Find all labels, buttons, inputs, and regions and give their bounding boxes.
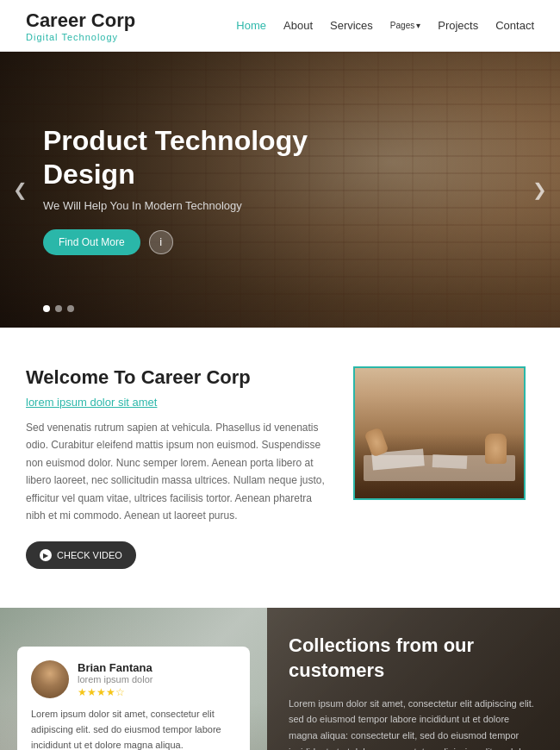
nav-home[interactable]: Home [236, 19, 266, 32]
testimonial-header: Brian Fantana lorem ipsum dolor ★★★★☆ [31, 660, 236, 698]
hero-content: Product Technology Design We Will Help Y… [0, 124, 362, 255]
hero-section: ❮ Product Technology Design We Will Help… [0, 52, 560, 328]
welcome-section: Welcome To Career Corp lorem ipsum dolor… [0, 328, 560, 608]
collections-body: Lorem ipsum dolor sit amet, consectetur … [289, 696, 538, 750]
nav-projects[interactable]: Projects [438, 19, 478, 32]
bottom-section: Brian Fantana lorem ipsum dolor ★★★★☆ Lo… [0, 608, 560, 750]
testimonial-card: Brian Fantana lorem ipsum dolor ★★★★☆ Lo… [17, 647, 250, 750]
hero-next-arrow[interactable]: ❯ [528, 175, 551, 204]
check-video-button[interactable]: ▶ CHECK VIDEO [26, 541, 136, 569]
nav-contact[interactable]: Contact [495, 19, 534, 32]
avatar-image [31, 660, 69, 698]
avatar [31, 660, 69, 698]
collections-title: Collections from our customers [289, 634, 538, 683]
welcome-image-bg [355, 368, 524, 498]
site-header: Career Corp Digital Technology Home Abou… [0, 0, 560, 52]
testimonial-role: lorem ipsum dolor [78, 674, 152, 684]
welcome-link[interactable]: lorem ipsum dolor sit amet [26, 396, 327, 409]
testimonial-area: Brian Fantana lorem ipsum dolor ★★★★☆ Lo… [0, 608, 267, 750]
hero-dot-1[interactable] [43, 305, 50, 312]
testimonial-info: Brian Fantana lorem ipsum dolor ★★★★☆ [78, 661, 152, 698]
nav-about[interactable]: About [283, 19, 313, 32]
chevron-down-icon: ▾ [416, 21, 420, 30]
hero-dot-2[interactable] [55, 305, 62, 312]
testimonial-body: Lorem ipsum dolor sit amet, consectetur … [31, 707, 236, 750]
testimonial-name: Brian Fantana [78, 661, 152, 674]
welcome-left: Welcome To Career Corp lorem ipsum dolor… [26, 366, 327, 569]
play-icon: ▶ [40, 549, 52, 561]
logo: Career Corp Digital Technology [26, 9, 135, 42]
collections-content: Collections from our customers Lorem ips… [289, 634, 538, 750]
logo-name: Career Corp [26, 9, 135, 32]
hero-dot-3[interactable] [67, 305, 74, 312]
welcome-body: Sed venenatis rutrum sapien at vehicula.… [26, 419, 327, 524]
hero-buttons: Find Out More i [43, 229, 319, 255]
hero-dots [43, 305, 74, 312]
testimonial-stars: ★★★★☆ [78, 686, 152, 698]
hero-title: Product Technology Design [43, 124, 319, 191]
info-button[interactable]: i [149, 230, 173, 254]
nav-services[interactable]: Services [330, 19, 373, 32]
hero-subtitle: We Will Help You In Modern Technology [43, 199, 319, 212]
nav-pages[interactable]: Pages ▾ [390, 21, 420, 30]
collections-area: Collections from our customers Lorem ips… [267, 608, 560, 750]
welcome-title: Welcome To Career Corp [26, 366, 327, 389]
main-nav: Home About Services Pages ▾ Projects Con… [236, 19, 534, 32]
welcome-right [353, 366, 534, 500]
welcome-image [353, 366, 526, 500]
logo-subtitle: Digital Technology [26, 32, 135, 42]
find-out-more-button[interactable]: Find Out More [43, 229, 140, 255]
